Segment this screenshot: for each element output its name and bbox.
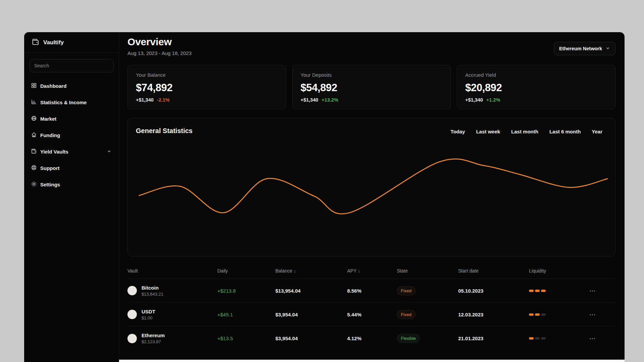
sidebar-item-label: Statistics & Income [40, 100, 87, 105]
start-date: 21.01.2023 [458, 336, 529, 341]
state-badge: Flexible [397, 334, 420, 343]
column-header-balance[interactable]: Balance↓ [275, 268, 347, 274]
vault-price: $13,643.21 [142, 292, 163, 297]
sidebar-item-market[interactable]: Market [24, 111, 119, 127]
bar-chart-icon [31, 99, 37, 106]
page-title: Overview [127, 36, 192, 48]
stat-card-yield: Accrued Yield $20,892 +$1,340 +1.2% [457, 65, 615, 109]
sidebar-item-label: Dashboard [40, 83, 66, 89]
search-input[interactable] [30, 59, 114, 72]
chevron-down-icon [605, 46, 610, 52]
start-date: 12.03.2023 [458, 312, 529, 317]
row-menu-button[interactable]: ⋯ [589, 335, 615, 342]
ellipsis-icon: ⋯ [589, 287, 596, 294]
stat-card-delta: +$1,340 [465, 97, 483, 103]
stat-card-value: $54,892 [301, 82, 442, 94]
vault-name: Ethereum [142, 333, 165, 338]
sidebar-item-statistics[interactable]: Statistics & Income [24, 94, 119, 111]
sidebar: Vaultify Dashboard Statisti [24, 32, 119, 362]
vaults-table: Vault Daily Balance↓ APY↓ State Start da… [127, 268, 615, 350]
table-header-row: Vault Daily Balance↓ APY↓ State Start da… [127, 268, 615, 279]
sort-desc-icon: ↓ [358, 268, 360, 274]
network-selector-button[interactable]: Ethereum Network [554, 42, 615, 55]
chevron-down-icon[interactable] [107, 149, 111, 155]
apy-value: 4.12% [347, 336, 397, 341]
state-badge: Fixed [397, 310, 416, 319]
app-title: Vaultify [43, 39, 64, 46]
sidebar-item-label: Market [40, 116, 56, 122]
daily-change: +$13.5 [217, 336, 275, 341]
stat-card-delta: +$1,340 [136, 97, 154, 103]
general-statistics-panel: General Statistics Today Last week Last … [127, 118, 615, 256]
main-content: Overview Aug 13, 2023 - Aug 18, 2023 Eth… [119, 32, 625, 362]
column-header-apy[interactable]: APY↓ [347, 268, 397, 274]
sidebar-item-support[interactable]: Support [24, 160, 119, 176]
logo: Vaultify [24, 32, 119, 53]
balance-value: $13,954.04 [275, 288, 347, 294]
column-header-state: State [397, 268, 458, 274]
column-header-liquidity: Liquidity [529, 268, 589, 274]
apy-value: 5.44% [347, 312, 397, 317]
vault-avatar [127, 334, 137, 343]
app-window: Vaultify Dashboard Statisti [24, 32, 625, 362]
stat-card-value: $20,892 [465, 82, 607, 94]
table-row-ethereum[interactable]: Ethereum $2,123.87 +$13.5 $3,954.04 4.12… [127, 326, 615, 350]
page-header: Overview Aug 13, 2023 - Aug 18, 2023 Eth… [127, 36, 615, 56]
home-icon [31, 132, 37, 139]
bottom-strip [119, 360, 625, 362]
sidebar-menu: Dashboard Statistics & Income Market [24, 78, 119, 193]
stat-card-label: Your Deposits [301, 72, 442, 78]
stat-card-value: $74,892 [136, 82, 278, 94]
ellipsis-icon: ⋯ [589, 311, 596, 318]
globe-icon [31, 115, 37, 123]
sidebar-item-label: Settings [40, 182, 60, 187]
daily-change: +$213.8 [217, 288, 275, 294]
column-header-daily: Daily [217, 268, 275, 274]
liquidity-indicator [529, 290, 589, 292]
vault-avatar [127, 286, 137, 295]
stat-card-delta-pct: +1.2% [486, 97, 500, 103]
apy-value: 8.56% [347, 288, 397, 294]
liquidity-indicator [529, 313, 589, 316]
date-range: Aug 13, 2023 - Aug 18, 2023 [127, 50, 192, 56]
vault-price: $2,123.87 [142, 339, 165, 344]
stat-card-label: Accrued Yield [465, 72, 607, 78]
sidebar-item-yield-vaults[interactable]: Yield Vaults [24, 143, 119, 160]
table-row-usdt[interactable]: USDT $1.00 +$45.1 $3,954.04 5.44% Fixed … [127, 303, 615, 326]
wallet-logo-icon [32, 38, 40, 47]
balance-value: $3,954.04 [275, 336, 347, 341]
stat-card-delta-pct: +13.2% [322, 97, 338, 103]
column-header-vault: Vault [127, 268, 217, 274]
start-date: 05.10.2023 [458, 288, 529, 294]
stat-cards: Your Balance $74,892 +$1,340 -2.1% Your … [127, 65, 615, 109]
row-menu-button[interactable]: ⋯ [589, 311, 615, 318]
sort-desc-icon: ↓ [294, 268, 296, 274]
daily-change: +$45.1 [217, 312, 275, 317]
row-menu-button[interactable]: ⋯ [589, 288, 615, 294]
state-badge: Fixed [397, 286, 416, 295]
sidebar-item-label: Funding [40, 132, 60, 138]
sidebar-item-label: Yield Vaults [40, 149, 68, 155]
line-chart [128, 118, 615, 256]
vault-name: Bitcoin [142, 285, 163, 291]
sidebar-item-funding[interactable]: Funding [24, 127, 119, 143]
lifebuoy-icon [31, 165, 37, 172]
gear-icon [31, 181, 37, 188]
balance-value: $3,954.04 [275, 312, 347, 317]
dashboard-grid-icon [31, 82, 37, 90]
table-row-bitcoin[interactable]: Bitcoin $13,643.21 +$213.8 $13,954.04 8.… [127, 279, 615, 303]
liquidity-indicator [529, 337, 589, 340]
vault-price: $1.00 [142, 315, 155, 320]
ellipsis-icon: ⋯ [589, 335, 596, 342]
stat-card-delta-pct: -2.1% [157, 97, 170, 103]
stat-card-balance: Your Balance $74,892 +$1,340 -2.1% [127, 65, 286, 109]
sidebar-item-label: Support [40, 165, 60, 171]
column-header-start-date: Start date [458, 268, 529, 274]
sidebar-item-dashboard[interactable]: Dashboard [24, 78, 119, 94]
stat-card-delta: +$1,340 [301, 97, 318, 103]
wallet-icon [31, 148, 37, 156]
stat-card-label: Your Balance [136, 72, 278, 78]
network-selector-label: Ethereum Network [559, 46, 602, 51]
sidebar-item-settings[interactable]: Settings [24, 176, 119, 193]
vault-name: USDT [142, 309, 155, 314]
